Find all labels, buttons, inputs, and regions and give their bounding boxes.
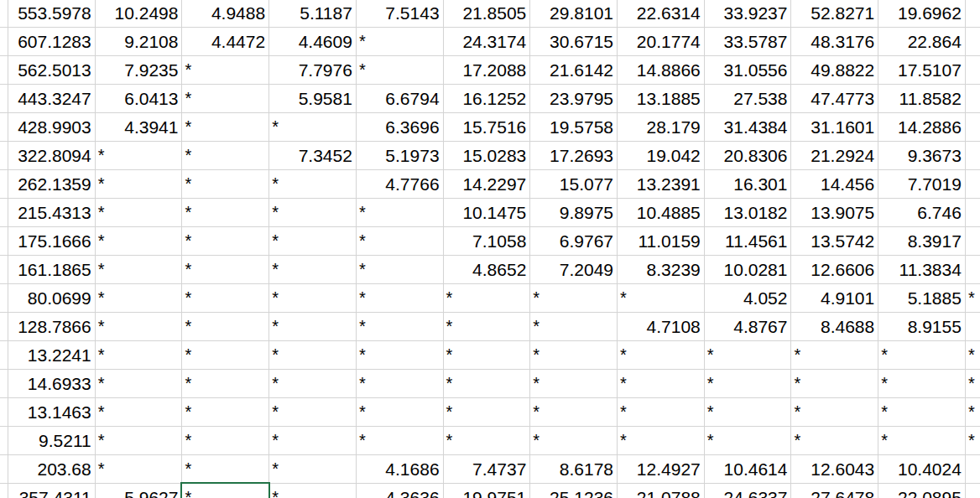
cell[interactable]: 19.5758	[530, 113, 618, 142]
cell[interactable]: 4.7108	[618, 313, 705, 341]
cell[interactable]: 11.3834	[878, 256, 966, 284]
cell[interactable]: 23.9795	[530, 85, 618, 113]
cell[interactable]: 17.2088	[444, 56, 531, 85]
cell[interactable]: *	[357, 256, 444, 284]
cell[interactable]: *	[182, 398, 269, 427]
cell[interactable]: 14.456	[791, 170, 878, 199]
cell[interactable]: *	[444, 313, 531, 341]
cell[interactable]: *	[269, 455, 357, 484]
cell[interactable]: 27.538	[705, 85, 792, 113]
cell[interactable]	[0, 56, 8, 85]
cell[interactable]	[0, 313, 8, 341]
cell[interactable]: 4.1686	[357, 455, 444, 484]
cell[interactable]: 7.3452	[269, 142, 357, 170]
cell[interactable]: *	[791, 398, 878, 427]
cell[interactable]: 4.9488	[182, 0, 269, 28]
cell[interactable]: *	[96, 427, 183, 455]
cell[interactable]: 27.6478	[791, 484, 878, 498]
cell[interactable]: *	[269, 370, 357, 398]
cell[interactable]: 33.5787	[705, 28, 792, 56]
cell[interactable]: *	[705, 427, 792, 455]
cell[interactable]: *	[269, 484, 357, 498]
cell[interactable]: 21.6142	[530, 56, 618, 85]
cell[interactable]: 6.9767	[530, 227, 618, 256]
cell[interactable]: 6.6794	[357, 85, 444, 113]
cell[interactable]: *	[96, 227, 183, 256]
cell[interactable]: *	[878, 398, 966, 427]
cell[interactable]: *	[878, 341, 966, 370]
cell[interactable]: 10.4024	[878, 455, 966, 484]
cell[interactable]: *	[357, 427, 444, 455]
cell[interactable]: *	[182, 427, 269, 455]
cell[interactable]: *	[966, 398, 980, 427]
cell[interactable]: 17.2693	[530, 142, 618, 170]
cell[interactable]: 9.3673	[878, 142, 966, 170]
cell[interactable]: 8.3239	[618, 256, 705, 284]
cell[interactable]	[0, 398, 8, 427]
cell[interactable]: 13.2241	[8, 341, 96, 370]
cell[interactable]: *	[530, 370, 618, 398]
cell[interactable]: 562.5013	[8, 56, 96, 85]
cell[interactable]: *	[357, 227, 444, 256]
cell[interactable]	[0, 142, 8, 170]
cell[interactable]: *	[269, 113, 357, 142]
cell[interactable]: 9.5211	[8, 427, 96, 455]
cell[interactable]: 13.1463	[8, 398, 96, 427]
cell[interactable]: *	[182, 142, 269, 170]
cell[interactable]: 29.8101	[530, 0, 618, 28]
cell[interactable]: 20.1774	[618, 28, 705, 56]
cell[interactable]: 19.9751	[444, 484, 531, 498]
cell[interactable]: 24.6337	[705, 484, 792, 498]
cell[interactable]	[966, 0, 980, 28]
cell[interactable]: 8.6178	[530, 455, 618, 484]
cell[interactable]: 48.3176	[791, 28, 878, 56]
cell[interactable]: 20.8306	[705, 142, 792, 170]
cell[interactable]: *	[357, 199, 444, 227]
cell[interactable]	[0, 341, 8, 370]
cell[interactable]: 553.5978	[8, 0, 96, 28]
cell[interactable]: 9.2108	[96, 28, 183, 56]
cell[interactable]: 14.8866	[618, 56, 705, 85]
cell[interactable]: *	[444, 427, 531, 455]
cell[interactable]	[966, 227, 980, 256]
cell[interactable]: 5.1187	[269, 0, 357, 28]
cell[interactable]: 11.8582	[878, 85, 966, 113]
cell[interactable]: *	[96, 398, 183, 427]
cell[interactable]: *	[791, 341, 878, 370]
cell[interactable]: 5.9627	[96, 484, 183, 498]
cell[interactable]: *	[182, 341, 269, 370]
cell[interactable]: 24.3174	[444, 28, 531, 56]
cell[interactable]: *	[444, 341, 531, 370]
cell[interactable]	[966, 256, 980, 284]
cell[interactable]: 4.052	[705, 284, 792, 313]
cell[interactable]: *	[96, 199, 183, 227]
cell[interactable]: *	[269, 227, 357, 256]
cell[interactable]: 5.9581	[269, 85, 357, 113]
cell[interactable]: *	[357, 284, 444, 313]
cell[interactable]	[966, 28, 980, 56]
cell[interactable]: 47.4773	[791, 85, 878, 113]
cell[interactable]: 13.5742	[791, 227, 878, 256]
cell[interactable]: 4.3636	[357, 484, 444, 498]
cell[interactable]	[0, 284, 8, 313]
cell[interactable]: 4.9101	[791, 284, 878, 313]
cell[interactable]: 6.746	[878, 199, 966, 227]
cell[interactable]: 6.3696	[357, 113, 444, 142]
cell[interactable]: 10.2498	[96, 0, 183, 28]
cell[interactable]: *	[966, 341, 980, 370]
cell[interactable]: 128.7866	[8, 313, 96, 341]
cell[interactable]: *	[966, 284, 980, 313]
cell[interactable]: *	[618, 398, 705, 427]
cell[interactable]: 13.1885	[618, 85, 705, 113]
cell[interactable]: 7.4737	[444, 455, 531, 484]
cell[interactable]: *	[182, 227, 269, 256]
cell[interactable]: 22.864	[878, 28, 966, 56]
cell[interactable]: *	[530, 284, 618, 313]
cell[interactable]	[0, 370, 8, 398]
cell[interactable]: *	[182, 370, 269, 398]
cell[interactable]	[0, 227, 8, 256]
cell[interactable]: 10.4614	[705, 455, 792, 484]
cell[interactable]	[0, 455, 8, 484]
cell[interactable]: 607.1283	[8, 28, 96, 56]
cell[interactable]: 11.4561	[705, 227, 792, 256]
